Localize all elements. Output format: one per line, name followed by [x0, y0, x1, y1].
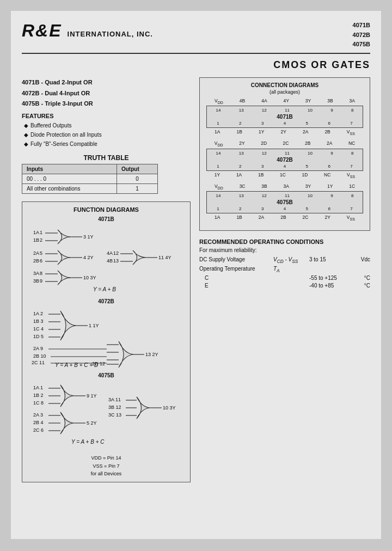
- func-diagrams-title: FUNCTION DIAGRAMS: [28, 206, 185, 213]
- truth-table-title: TRUTH TABLE: [22, 154, 191, 162]
- svg-text:Y = A + B: Y = A + B: [93, 286, 116, 292]
- svg-text:2A  3: 2A 3: [33, 412, 43, 418]
- svg-text:1A: 1A: [33, 230, 39, 235]
- content: 4071B - Quad 2-Input OR 4072B - Dual 4-I…: [22, 77, 370, 483]
- svg-text:2A: 2A: [33, 250, 39, 256]
- diag-4075b-svg: 1A 1 1B 2 1C 8 9 1Y 2A 3 2B 4 2C 6: [28, 379, 180, 448]
- svg-text:10 3Y: 10 3Y: [163, 405, 176, 411]
- svg-text:5  2Y: 5 2Y: [87, 420, 97, 426]
- rec-row-temp-c: C -55 to +125 °C: [199, 275, 370, 281]
- svg-text:1D  5: 1D 5: [33, 334, 44, 339]
- svg-text:2C 11: 2C 11: [32, 360, 45, 365]
- vdd-note: VDD = Pin 14 VSS = Pin 7 for all Devices: [28, 454, 185, 477]
- rec-subtitle: For maximum reliability:: [199, 247, 370, 253]
- rec-title: RECOMMENDED OPERATING CONDITIONS: [199, 238, 370, 245]
- svg-text:3A 11: 3A 11: [108, 397, 121, 402]
- conn-diagrams-subtitle: (all packages): [204, 89, 365, 95]
- truth-table-header-inputs: Inputs: [22, 164, 117, 174]
- chip-4071b-top-labels: VDD4B4A4Y3Y3B3A: [204, 98, 365, 105]
- page: R&E INTERNATIONAL, INC. 4071B 4072B 4075…: [11, 11, 381, 539]
- conn-diagrams-title: CONNECTION DIAGRAMS: [204, 82, 365, 88]
- recommended-section: RECOMMENDED OPERATING CONDITIONS For max…: [199, 238, 370, 289]
- svg-text:3  1Y: 3 1Y: [83, 234, 94, 240]
- svg-text:9: 9: [40, 278, 42, 284]
- svg-text:13 2Y: 13 2Y: [145, 352, 158, 357]
- svg-text:13: 13: [113, 258, 119, 264]
- rec-row-temp-e: E -40 to +85 °C: [199, 283, 370, 289]
- chip-4071b-bottom-labels: 1A1B1Y2Y2A2BVSS: [204, 129, 365, 136]
- company-name: INTERNATIONAL, INC.: [68, 30, 153, 38]
- svg-text:1C  8: 1C 8: [33, 400, 44, 406]
- diag-4071b-svg: 1A 1 1B 2 3 1Y 2A 5 2B 6: [28, 223, 180, 294]
- cmos-title: CMOS OR GATES: [22, 59, 370, 71]
- svg-text:10 3Y: 10 3Y: [83, 275, 96, 280]
- svg-text:9  1Y: 9 1Y: [87, 393, 97, 399]
- svg-text:1A  2: 1A 2: [33, 311, 43, 316]
- right-column: CONNECTION DIAGRAMS (all packages) VDD4B…: [199, 77, 370, 483]
- svg-text:3B: 3B: [33, 278, 39, 284]
- truth-table-header-output: Output: [117, 164, 157, 174]
- svg-text:8: 8: [40, 271, 42, 276]
- chip-4071b: VDD4B4A4Y3Y3B3A 141312111098 4071B 12345…: [204, 98, 365, 136]
- chip-4072b-bottom-labels: 1Y1A1B1C1DNCVSS: [204, 172, 365, 179]
- svg-text:3C 13: 3C 13: [108, 412, 121, 418]
- diag-4075b-label: 4075B: [28, 372, 185, 378]
- svg-text:2A  9: 2A 9: [33, 346, 43, 351]
- diag-4071b-label: 4071B: [28, 216, 185, 222]
- diag-4072b-svg: 1A 2 1B 3 1C 4 1D 5 1 1Y 2A 9 2B 1: [28, 305, 180, 368]
- features-title: FEATURES: [22, 113, 191, 119]
- table-row: All other combinations 1: [22, 184, 158, 194]
- svg-text:1  1Y: 1 1Y: [89, 323, 99, 328]
- svg-text:3B 12: 3B 12: [108, 405, 121, 410]
- truth-table: Inputs Output 00 . . . 0 0 All other com…: [22, 164, 158, 194]
- chip-4075b: VDD3C3B3A3Y1Y1C 141312111098 4075B 12345…: [204, 183, 365, 222]
- svg-text:1B: 1B: [33, 237, 39, 243]
- svg-text:4  2Y: 4 2Y: [83, 255, 94, 260]
- svg-text:3A: 3A: [33, 271, 39, 276]
- svg-text:5: 5: [40, 250, 42, 256]
- svg-text:12: 12: [113, 250, 119, 256]
- chip-4075b-bottom-labels: 1A1B2A2B2C2YVSS: [204, 215, 365, 222]
- svg-text:1B  2: 1B 2: [33, 393, 44, 398]
- svg-text:11 4Y: 11 4Y: [158, 255, 171, 260]
- part-numbers: 4071B 4072B 4075B: [353, 21, 370, 50]
- logo: R&E: [22, 21, 62, 41]
- svg-text:1B  3: 1B 3: [33, 319, 44, 324]
- chip-4071b-body: 141312111098 4071B 1234567: [206, 106, 363, 128]
- svg-text:2B 10: 2B 10: [33, 353, 46, 359]
- header: R&E INTERNATIONAL, INC. 4071B 4072B 4075…: [22, 21, 370, 54]
- svg-text:2: 2: [40, 237, 42, 243]
- chip-4072b: VDD2Y2D2C2B2ANC 141312111098 4072B 12345…: [204, 140, 365, 179]
- svg-text:6: 6: [40, 258, 42, 264]
- chip-4072b-body: 141312111098 4072B 1234567: [206, 149, 363, 171]
- svg-text:Y = A + B + C + D: Y = A + B + C + D: [55, 362, 98, 368]
- table-row: 00 . . . 0 0: [22, 174, 158, 184]
- svg-text:1C  4: 1C 4: [33, 326, 44, 332]
- chip-4075b-body: 141312111098 4075B 1234567: [206, 191, 363, 213]
- chip-4072b-top-labels: VDD2Y2D2C2B2ANC: [204, 140, 365, 148]
- svg-text:Y = A + B + C: Y = A + B + C: [71, 439, 105, 445]
- svg-text:1A  1: 1A 1: [33, 385, 43, 390]
- svg-text:4B: 4B: [107, 258, 113, 264]
- function-diagrams-box: FUNCTION DIAGRAMS 4071B 1A 1 1B 2 3 1Y: [22, 201, 191, 482]
- svg-text:2C  6: 2C 6: [33, 427, 44, 433]
- svg-text:1: 1: [40, 230, 42, 235]
- rec-row-temp-label: Operating Temperature TA: [199, 266, 370, 273]
- part-list: 4071B - Quad 2-Input OR 4072B - Dual 4-I…: [22, 77, 191, 109]
- svg-text:4A: 4A: [107, 250, 113, 256]
- diag-4072b-label: 4072B: [28, 298, 185, 304]
- left-column: 4071B - Quad 2-Input OR 4072B - Dual 4-I…: [22, 77, 191, 483]
- chip-4075b-top-labels: VDD3C3B3A3Y1Y1C: [204, 183, 365, 191]
- connection-diagrams-box: CONNECTION DIAGRAMS (all packages) VDD4B…: [199, 77, 370, 231]
- svg-text:2B: 2B: [33, 258, 39, 264]
- svg-text:2B  4: 2B 4: [33, 420, 44, 425]
- features-list: ◆Buffered Outputs ◆Diode Protection on a…: [22, 121, 191, 149]
- rec-row-voltage: DC Supply Voltage VCD - VSS 3 to 15 Vdc: [199, 256, 370, 264]
